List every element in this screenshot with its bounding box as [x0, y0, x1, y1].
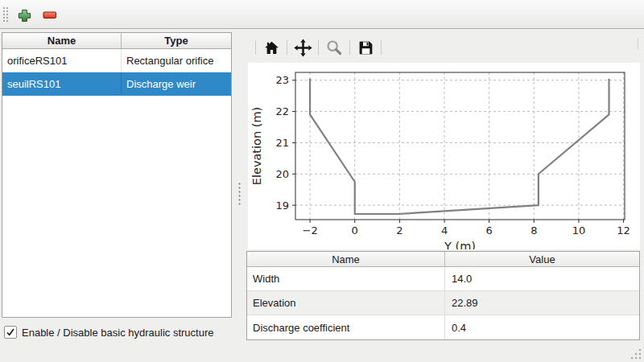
- panel-splitter-handle[interactable]: [237, 181, 242, 205]
- svg-text:20: 20: [275, 168, 289, 180]
- table-row[interactable]: seuilRS101 Discharge weir: [2, 72, 231, 96]
- svg-text:8: 8: [530, 224, 537, 237]
- svg-text:22: 22: [275, 105, 289, 117]
- plot-toolbar: [250, 36, 386, 59]
- svg-text:21: 21: [275, 137, 289, 149]
- structure-type-cell[interactable]: Discharge weir: [122, 72, 231, 95]
- toolbar-separator: [381, 40, 382, 55]
- table-row[interactable]: Elevation 22.89: [247, 291, 639, 315]
- svg-text:2: 2: [396, 224, 402, 237]
- toolbar-separator: [638, 38, 638, 49]
- property-value-cell[interactable]: 0.4: [445, 315, 639, 339]
- toolbar-separator: [255, 40, 256, 55]
- home-icon: [263, 39, 280, 56]
- svg-text:23: 23: [275, 74, 289, 86]
- profile-chart[interactable]: −20246810121920212223Elevation (m)Y (m): [248, 63, 640, 249]
- column-header-name[interactable]: Name: [2, 33, 122, 48]
- svg-text:Elevation (m): Elevation (m): [250, 107, 263, 185]
- property-name-cell: Width: [247, 267, 445, 290]
- svg-text:19: 19: [275, 200, 289, 212]
- svg-text:10: 10: [572, 224, 586, 237]
- svg-text:12: 12: [617, 224, 630, 237]
- plus-icon: [18, 9, 31, 23]
- structure-name-cell[interactable]: orificeRS101: [2, 49, 122, 72]
- structures-table: Name Type orificeRS101 Rectangular orifi…: [2, 32, 232, 318]
- column-header-name[interactable]: Name: [247, 252, 445, 266]
- svg-text:4: 4: [441, 224, 448, 237]
- toolbar-drag-handle[interactable]: [2, 6, 9, 23]
- structure-type-cell[interactable]: Rectangular orifice: [122, 49, 231, 72]
- home-button[interactable]: [261, 37, 282, 58]
- checkmark-icon: [6, 327, 15, 337]
- toolbar-separator: [318, 40, 319, 55]
- svg-text:−2: −2: [302, 224, 317, 237]
- structures-table-header: Name Type: [2, 33, 231, 49]
- svg-text:0: 0: [352, 224, 358, 237]
- pan-button[interactable]: [292, 37, 313, 58]
- structure-name-cell[interactable]: seuilRS101: [2, 72, 122, 95]
- minus-icon: [43, 11, 57, 19]
- svg-text:6: 6: [486, 224, 493, 237]
- checkbox-label: Enable / Disable basic hydraulic structu…: [22, 327, 213, 339]
- property-value-cell[interactable]: 22.89: [445, 291, 639, 315]
- add-structure-button[interactable]: [16, 8, 32, 23]
- main-toolbar: [0, 0, 644, 29]
- properties-table: Name Value Width 14.0 Elevation 22.89 Di…: [246, 251, 640, 340]
- svg-text:Y (m): Y (m): [444, 240, 476, 249]
- property-name-cell: Elevation: [247, 291, 445, 315]
- toolbar-separator: [287, 40, 287, 55]
- remove-structure-button[interactable]: [42, 8, 58, 23]
- table-row[interactable]: Discharge coefficient 0.4: [247, 315, 639, 339]
- resize-grip-dots: [630, 348, 642, 360]
- magnifier-icon: [325, 39, 343, 56]
- toolbar-separator: [349, 40, 350, 55]
- save-floppy-icon: [357, 39, 374, 56]
- zoom-button[interactable]: [324, 37, 345, 58]
- property-name-cell: Discharge coefficient: [247, 315, 445, 339]
- column-header-type[interactable]: Type: [122, 33, 231, 48]
- table-row[interactable]: orificeRS101 Rectangular orifice: [2, 49, 231, 72]
- property-value-cell[interactable]: 14.0: [445, 267, 639, 290]
- table-row[interactable]: Width 14.0: [247, 267, 639, 291]
- pan-move-icon: [294, 39, 312, 57]
- enable-structure-checkbox[interactable]: Enable / Disable basic hydraulic structu…: [4, 326, 213, 339]
- save-button[interactable]: [355, 37, 376, 58]
- window-resize-grip[interactable]: [630, 348, 642, 360]
- checkbox-box[interactable]: [4, 326, 17, 339]
- properties-table-header: Name Value: [247, 252, 639, 267]
- cross-section-chart-panel: −20246810121920212223Elevation (m)Y (m): [248, 63, 640, 249]
- column-header-value[interactable]: Value: [445, 252, 639, 266]
